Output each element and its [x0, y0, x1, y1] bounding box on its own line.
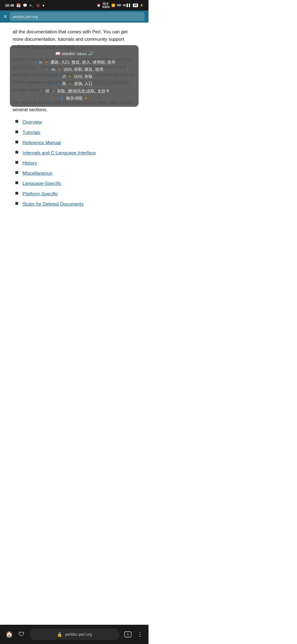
time: 10:48: [5, 3, 14, 7]
signal-indicator: 4G▌▌: [123, 4, 131, 7]
internals-link[interactable]: Internals and C Language Interface: [23, 149, 96, 157]
dict-phonetic: 'ækses: [76, 51, 87, 56]
list-item: Reference Manual: [15, 139, 135, 146]
stubs-deleted-link[interactable]: Stubs for Deleted Documents: [23, 200, 84, 208]
hd-indicator: HD: [117, 4, 121, 7]
status-left: 10:48 📅 💬 >_ 🐞 ●: [5, 3, 45, 7]
language-specific-link[interactable]: Language-Specific: [23, 180, 61, 187]
status-right: ⏰ 10.0KB/S 📶 HD 4G▌▌ 94 ⚡: [97, 2, 144, 9]
bullet-icon: [15, 171, 18, 174]
dict-economics: 🔹 经 🔸 存取, (数据信息)选取, 支款卡: [15, 88, 133, 95]
dict-sound-icon: 🔊: [88, 51, 93, 56]
dict-noun: 🔹 n. 🔸 通路, 入口, 接近, 进入, 使用权, 发作: [15, 59, 133, 66]
browser-url-text: perldoc.perl.org: [13, 15, 38, 19]
list-item: Stubs for Deleted Documents: [15, 200, 135, 208]
dict-computing: 🔹 计 🔸 访问, 存取: [15, 73, 133, 80]
dict-title: 📖 stardict 'ækses 🔊: [15, 50, 133, 58]
bullet-icon: [15, 151, 18, 154]
wechat-icon: 💬: [23, 3, 27, 7]
miscellaneous-link[interactable]: Miscellaneous: [23, 170, 52, 177]
list-item: Language-Specific: [15, 180, 135, 187]
bug-icon: 🐞: [36, 3, 40, 7]
platform-specific-link[interactable]: Platform-Specific: [23, 190, 58, 198]
history-link[interactable]: History: [23, 159, 37, 167]
list-item: Miscellaneous: [15, 170, 135, 177]
bullet-icon: [15, 202, 18, 205]
terminal-icon: >_: [29, 3, 34, 7]
sections-list: Overview Tutorials Reference Manual Inte…: [13, 118, 135, 208]
alarm-icon: ⏰: [97, 4, 101, 7]
dict-brand-icon: 📖: [55, 51, 61, 56]
bullet-icon: [15, 181, 18, 184]
browser-top-bar: ≡ perldoc.perl.org: [0, 10, 148, 23]
list-item: Platform-Specific: [15, 190, 135, 198]
charging-icon: ⚡: [140, 4, 144, 7]
browser-url-bar[interactable]: perldoc.perl.org: [10, 12, 145, 21]
list-item: Tutorials: [15, 129, 135, 136]
reference-manual-link[interactable]: Reference Manual: [23, 139, 61, 146]
bullet-icon: [15, 161, 18, 164]
dict-popup[interactable]: 📖 stardict 'ækses 🔊 🔹 n. 🔸 通路, 入口, 接近, 进…: [10, 45, 139, 107]
network-speed: 10.0KB/S: [102, 2, 109, 9]
list-item: Overview: [15, 118, 135, 126]
bullet-icon: [15, 130, 18, 133]
overview-link[interactable]: Overview: [23, 118, 42, 126]
dict-medical: 🔹 医 🔸 发病; 入口: [15, 80, 133, 87]
list-item: History: [15, 159, 135, 167]
menu-button[interactable]: ≡: [4, 14, 7, 20]
battery-indicator: 94: [133, 4, 138, 7]
calendar-icon: 📅: [16, 3, 21, 7]
status-bar: 10:48 📅 💬 >_ 🐞 ● ⏰ 10.0KB/S 📶 HD 4G▌▌ 94…: [0, 0, 148, 10]
dot-indicator: ●: [42, 3, 45, 7]
list-item: Internals and C Language Interface: [15, 149, 135, 157]
bullet-icon: [15, 192, 18, 195]
dict-verb: 🔹 vt. 🔸 访问, 存取, 接近, 使用: [15, 66, 133, 73]
dict-related: 🔹 相关词组 🔸: [15, 95, 133, 102]
bullet-icon: [15, 141, 18, 143]
bullet-icon: [15, 120, 18, 123]
wifi-icon: 📶: [111, 4, 115, 7]
tutorials-link[interactable]: Tutorials: [23, 129, 40, 136]
